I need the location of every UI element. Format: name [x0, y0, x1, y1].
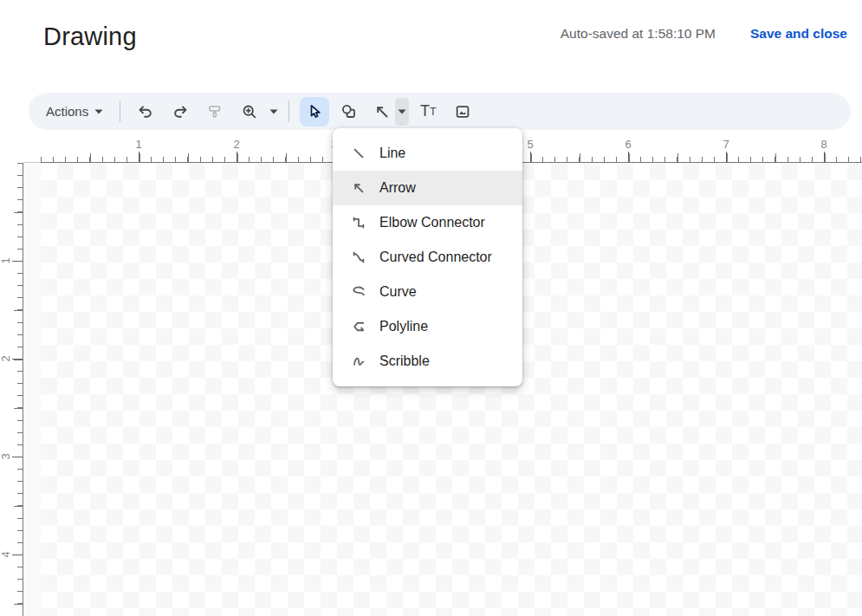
ruler-label: 6: [625, 138, 631, 151]
menu-item-scribble[interactable]: Scribble: [333, 344, 522, 379]
image-tool-button[interactable]: [448, 97, 477, 126]
menu-item-label: Curved Connector: [379, 250, 492, 265]
menu-item-curve[interactable]: Curve: [333, 275, 522, 309]
text-tool-icon: T: [420, 102, 430, 120]
zoom-button[interactable]: [235, 97, 264, 126]
ruler-label: 8: [820, 138, 826, 151]
curved-connector-icon: [351, 250, 366, 265]
menu-item-label: Elbow Connector: [379, 215, 485, 230]
image-icon: [454, 103, 471, 120]
undo-button[interactable]: [131, 97, 160, 126]
ruler-label: 2: [233, 138, 239, 151]
menu-item-label: Curve: [379, 284, 417, 300]
menu-item-label: Arrow: [379, 180, 416, 196]
line-tool-dropdown-caret[interactable]: [395, 98, 409, 126]
actions-label: Actions: [46, 104, 88, 119]
undo-icon: [137, 103, 154, 120]
ruler-label: 3: [0, 453, 12, 459]
line-tool-button[interactable]: [369, 97, 395, 126]
menu-item-polyline[interactable]: Polyline: [333, 309, 522, 344]
select-cursor-icon: [306, 103, 323, 120]
scribble-icon: [351, 353, 366, 369]
actions-dropdown-button[interactable]: Actions: [37, 97, 112, 126]
menu-item-curved-connector[interactable]: Curved Connector: [333, 240, 522, 275]
shape-tool-button[interactable]: [334, 97, 364, 126]
menu-item-label: Line: [379, 146, 405, 161]
redo-button[interactable]: [165, 97, 195, 126]
line-tool-arrow-icon: [373, 103, 391, 120]
caret-down-icon: [398, 109, 406, 114]
autosave-status: Auto-saved at 1:58:10 PM: [561, 26, 716, 42]
zoom-dropdown-caret[interactable]: [267, 109, 281, 114]
ruler-label: 4: [0, 551, 12, 557]
menu-item-label: Polyline: [379, 319, 428, 334]
ruler-label: 7: [723, 138, 729, 151]
toolbar-divider: [288, 101, 289, 122]
line-icon: [351, 146, 366, 161]
line-tool-menu: Line Arrow Elbow Connector Curved Connec…: [333, 128, 522, 386]
toolbar-divider: [120, 101, 120, 122]
elbow-connector-icon: [351, 215, 366, 230]
text-tool-button[interactable]: TT: [413, 97, 443, 126]
menu-item-line[interactable]: Line: [333, 136, 522, 171]
page-title: Drawing: [43, 23, 137, 51]
paint-format-button: [200, 97, 230, 126]
redo-icon: [172, 103, 189, 120]
zoom-in-icon: [241, 103, 258, 120]
caret-down-icon: [269, 109, 278, 114]
menu-item-label: Scribble: [379, 353, 430, 369]
curve-icon: [351, 284, 366, 300]
paint-format-icon: [206, 103, 224, 120]
arrow-icon: [351, 180, 366, 196]
toolbar: Actions: [29, 93, 851, 130]
ruler-label: 2: [0, 355, 12, 361]
ruler-label: 1: [0, 257, 12, 263]
shape-icon: [340, 103, 358, 120]
polyline-icon: [351, 319, 366, 334]
header-actions: Auto-saved at 1:58:10 PM Save and close: [561, 26, 847, 42]
drawing-editor-window: Drawing Auto-saved at 1:58:10 PM Save an…: [0, 0, 862, 616]
ruler-label: 1: [135, 138, 141, 151]
menu-item-elbow-connector[interactable]: Elbow Connector: [333, 205, 522, 240]
save-and-close-button[interactable]: Save and close: [750, 26, 847, 42]
menu-item-arrow[interactable]: Arrow: [333, 171, 522, 205]
caret-down-icon: [94, 109, 103, 114]
select-tool-button[interactable]: [300, 97, 329, 126]
ruler-label: 5: [527, 138, 533, 151]
vertical-ruler: 1 2 3 4: [0, 163, 23, 616]
